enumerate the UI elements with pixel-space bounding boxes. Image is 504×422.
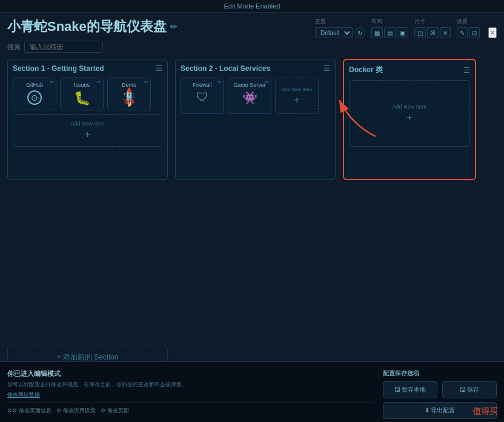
top-bar: Edit Mode Enabled [0, 0, 504, 13]
section-1-add-plus-icon: + [85, 129, 90, 140]
footer-btn-app-settings[interactable]: ⚙ 修改应用设置 [56, 407, 96, 415]
save-buttons: 🖫 暂存本地 🖫 保存 [383, 381, 497, 398]
watermark: 值得买 [472, 406, 498, 417]
theme-refresh-btn[interactable]: ↻ [354, 27, 365, 38]
size-buttons: ◫ ☒ ✕ [414, 27, 451, 38]
demo-edit-icon: ✏ [144, 79, 148, 85]
section-1-menu-icon[interactable]: ☰ [156, 64, 162, 73]
page-title: 小青蛇Snake的导航仪表盘 [7, 18, 167, 36]
footer-btn-modify-label: 修改页面 [107, 407, 129, 415]
issues-item[interactable]: ✏ Issues 🐛 [60, 78, 104, 110]
title-edit-icon[interactable]: ✏ [170, 22, 177, 32]
docker-menu-icon[interactable]: ☰ [463, 66, 470, 75]
size-group: 尺寸 ◫ ☒ ✕ [414, 18, 451, 38]
footer-btn-page-info-icon: ⚙⚙ [7, 407, 17, 414]
gameserver-edit-icon: ✏ [265, 79, 269, 85]
footer-btn-modify-icon: ⚙ [101, 407, 105, 414]
search-input[interactable] [24, 41, 103, 53]
settings-buttons: ✎ ⊡ [457, 27, 480, 38]
gameserver-item[interactable]: ✏ Game Server 👾 [228, 78, 271, 114]
footer-btn-modify-page[interactable]: ⚙ 修改页面 [101, 407, 129, 415]
close-button[interactable]: ✕ [488, 27, 497, 38]
theme-label: 主题 [315, 18, 326, 25]
footer-btn-app-settings-icon: ⚙ [56, 407, 61, 414]
github-item[interactable]: ✏ GitHub ⊙ [13, 78, 56, 110]
layout-btn-2[interactable]: ▤ [384, 27, 396, 38]
toolbar-row-top: 主题 Default ↻ 布局 ▦ ▤ ▣ [315, 18, 497, 38]
save-options-title: 配置保存选项 [383, 369, 497, 378]
firewall-label: Firewall [193, 82, 211, 88]
docker-add-label: Add New Item [393, 104, 427, 110]
edit-mode-desc: 你可以对配置进行修改并规范，在保存之前，你的任何更改都不会被保留。 [7, 381, 376, 389]
edit-link[interactable]: 修改网站数据 [7, 391, 376, 399]
footer-buttons: ⚙⚙ 修改页面信息 ⚙ 修改应用设置 ⚙ 修改页面 [7, 403, 376, 415]
layout-label: 布局 [371, 18, 382, 25]
section-1-items: ✏ GitHub ⊙ ✏ Issues 🐛 ✏ Demo 🚀 [13, 78, 162, 110]
theme-group: 主题 Default ↻ [315, 18, 365, 38]
theme-controls: Default ↻ [315, 27, 365, 38]
size-btn-l[interactable]: ✕ [440, 27, 451, 38]
section-2-card: Section 2 - Local Services ☰ ✏ Firewall … [175, 59, 336, 180]
bug-icon: 🐛 [74, 90, 90, 106]
section-2-add-plus-icon: + [294, 95, 299, 106]
bottom-bar: 你已进入编辑模式 你可以对配置进行修改并规范，在保存之前，你的任何更改都不会被保… [0, 361, 504, 422]
gameserver-label: Game Server [233, 82, 266, 88]
settings-btn-2[interactable]: ⊡ [469, 27, 480, 38]
edit-mode-title: 你已进入编辑模式 [7, 369, 376, 378]
upper-header: 小青蛇Snake的导航仪表盘 ✏ 搜索 主题 Default ↻ [7, 18, 497, 59]
edit-mode-label: Edit Mode Enabled [224, 2, 280, 10]
size-btn-s[interactable]: ◫ [414, 27, 426, 38]
issues-label: Issues [74, 82, 90, 88]
settings-btn-1[interactable]: ✎ [457, 27, 468, 38]
section-2-menu-icon[interactable]: ☰ [323, 64, 330, 73]
layout-btn-3[interactable]: ▣ [397, 27, 408, 38]
docker-section-title: Docker 类 [349, 65, 383, 75]
footer-btn-page-info[interactable]: ⚙⚙ 修改页面信息 [7, 407, 51, 415]
github-icon: ⊙ [27, 90, 42, 105]
main-content: 小青蛇Snake的导航仪表盘 ✏ 搜索 主题 Default ↻ [0, 13, 504, 374]
section-2-items: ✏ Firewall 🛡 ✏ Game Server 👾 Add New Ite… [181, 78, 330, 114]
section-2-add-new-block[interactable]: Add New Item + [275, 78, 319, 114]
section-1-add-new[interactable]: Add New Item + [13, 114, 162, 147]
settings-label: 设置 [457, 18, 468, 25]
layout-group: 布局 ▦ ▤ ▣ [371, 18, 408, 38]
gamepad-icon: 👾 [242, 90, 257, 105]
layout-btn-1[interactable]: ▦ [371, 27, 383, 38]
footer-btn-app-settings-label: 修改应用设置 [63, 407, 96, 415]
sections-area: Section 1 - Getting Started ☰ ✏ GitHub ⊙… [7, 59, 497, 340]
settings-group: 设置 ✎ ⊡ [457, 18, 480, 38]
docker-add-plus-icon: + [406, 112, 412, 123]
size-btn-m[interactable]: ☒ [427, 27, 439, 38]
docker-section-header: Docker 类 ☰ [349, 65, 470, 75]
theme-select[interactable]: Default [315, 27, 353, 38]
issues-edit-icon: ✏ [97, 79, 101, 85]
toolbar-right: 主题 Default ↻ 布局 ▦ ▤ ▣ [315, 18, 497, 38]
size-label: 尺寸 [414, 18, 425, 25]
save-local-btn[interactable]: 🖫 暂存本地 [383, 381, 437, 398]
docker-add-new[interactable]: Add New Item + [349, 80, 470, 147]
section-1-title: Section 1 - Getting Started [13, 64, 104, 73]
upper-left: 小青蛇Snake的导航仪表盘 ✏ 搜索 [7, 18, 177, 59]
rocket-icon: 🚀 [118, 87, 140, 109]
github-label: GitHub [26, 82, 43, 88]
demo-item[interactable]: ✏ Demo 🚀 [107, 78, 151, 110]
layout-buttons: ▦ ▤ ▣ [371, 27, 408, 38]
firewall-edit-icon: ✏ [217, 79, 222, 85]
docker-section-card: Docker 类 ☰ Add New Item + [343, 59, 476, 180]
shield-icon: 🛡 [196, 90, 208, 104]
footer-btn-page-info-label: 修改页面信息 [19, 407, 51, 415]
section-2-add-label-small: Add New Item [282, 87, 312, 92]
section-1-card: Section 1 - Getting Started ☰ ✏ GitHub ⊙… [7, 59, 168, 180]
title-row: 小青蛇Snake的导航仪表盘 ✏ [7, 18, 177, 36]
search-label: 搜索 [7, 42, 21, 52]
section-2-title: Section 2 - Local Services [181, 64, 270, 73]
github-edit-icon: ✏ [50, 79, 54, 85]
bottom-left: 你已进入编辑模式 你可以对配置进行修改并规范，在保存之前，你的任何更改都不会被保… [7, 367, 376, 417]
section-1-header: Section 1 - Getting Started ☰ [13, 64, 162, 73]
search-row: 搜索 [7, 41, 177, 53]
section-2-header: Section 2 - Local Services ☰ [181, 64, 330, 73]
save-btn[interactable]: 🖫 保存 [442, 381, 497, 398]
firewall-item[interactable]: ✏ Firewall 🛡 [181, 78, 224, 114]
section-1-add-label: Add New Item [70, 121, 105, 127]
